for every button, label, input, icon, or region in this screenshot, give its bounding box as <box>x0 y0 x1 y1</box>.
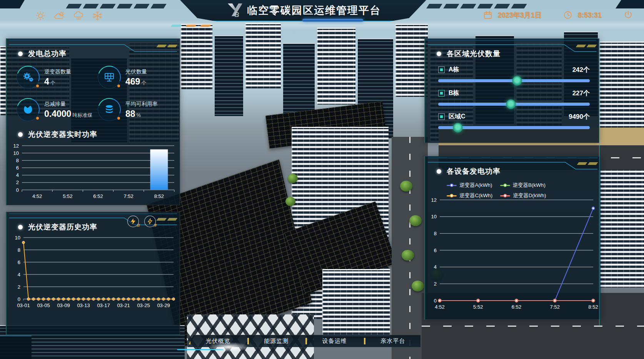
panel-deco-dashes <box>578 162 597 165</box>
nav-deco-swoosh <box>172 344 224 350</box>
bullet-dot <box>437 169 441 174</box>
svg-text:B: B <box>235 12 239 18</box>
panel-generation-total: 发电总功率 逆变器数量 4个 <box>6 38 180 205</box>
title-bar: B 临空零碳园区运维管理平台 <box>180 0 426 22</box>
power-icon[interactable] <box>623 10 633 20</box>
stat-value: 4 <box>44 76 49 86</box>
realtime-chart-title: 光伏逆变器实时功率 <box>28 130 97 140</box>
region-slider-track[interactable] <box>438 103 590 106</box>
svg-text:03-29: 03-29 <box>157 302 170 308</box>
history-power-chart: 024681003-0103-0503-0903-1303-1703-2103-… <box>7 234 180 311</box>
region-sliders: A栋 242个 B栋 227个 区域C 9490个 <box>425 65 599 129</box>
stat-label: 逆变器数量 <box>44 68 71 75</box>
stat-unit: 个 <box>50 80 55 86</box>
svg-text:8:52: 8:52 <box>154 193 164 199</box>
stat-availability: 平均可利用率 88% <box>98 98 177 121</box>
nav-item-label: 能源监测 <box>249 337 304 345</box>
stat-label: 光伏数量 <box>125 68 147 75</box>
snow-icon[interactable] <box>92 11 102 21</box>
sun-icon[interactable] <box>35 11 45 21</box>
header-date: 2023年3月1日 <box>498 10 542 20</box>
nav-item-4[interactable]: 亲水平台 <box>362 335 421 347</box>
svg-text:7:52: 7:52 <box>550 304 560 310</box>
page-title: 临空零碳园区运维管理平台 <box>247 3 381 17</box>
legend-marker-icon <box>447 195 457 196</box>
stat-unit: % <box>137 112 141 118</box>
svg-text:10: 10 <box>431 214 437 219</box>
stat-unit: 个 <box>141 80 146 86</box>
svg-text:6: 6 <box>434 248 437 253</box>
svg-text:6: 6 <box>16 165 19 171</box>
solar-panel-icon <box>98 66 121 89</box>
svg-text:03-25: 03-25 <box>137 302 150 308</box>
realtime-power-chart: 0246810124:525:526:527:528:52 <box>7 140 180 201</box>
region-marker-icon <box>438 90 445 96</box>
stat-value: 0.4000 <box>44 109 71 119</box>
stat-label: 总减排量 <box>44 101 92 108</box>
svg-text:8: 8 <box>434 231 437 236</box>
stats-grid: 逆变器数量 4个 光伏数量 469个 <box>7 59 180 121</box>
nav-item-label: 光伏概览 <box>190 337 246 345</box>
device-chart-legend: 逆变器A(kWh) 逆变器B(kWh) 逆变器C(kWh) 逆变器D(kWh) <box>425 176 600 199</box>
svg-text:6: 6 <box>18 259 20 265</box>
region-slider-row: A栋 242个 <box>438 65 590 82</box>
slider-thumb[interactable] <box>506 100 516 109</box>
bolt-outline-icon[interactable]: 月 <box>144 216 156 227</box>
legend-marker-icon <box>500 195 510 196</box>
svg-text:10: 10 <box>15 235 20 241</box>
region-slider-track[interactable] <box>438 79 590 82</box>
legend-marker-icon <box>447 185 457 186</box>
svg-text:8: 8 <box>16 158 19 163</box>
corner-frame <box>0 336 32 359</box>
database-icon <box>98 98 121 121</box>
panel-title: 各设备发电功率 <box>447 166 501 176</box>
header-time: 8:53:31 <box>578 11 602 19</box>
stat-label: 平均可利用率 <box>125 101 158 108</box>
region-value: 242个 <box>572 65 590 74</box>
region-slider-row: B栋 227个 <box>438 89 590 106</box>
nav-item-3[interactable]: 设备运维 <box>304 335 362 347</box>
svg-text:2: 2 <box>18 284 20 290</box>
slider-thumb[interactable] <box>453 123 463 133</box>
device-power-chart: 0246810124:525:526:527:528:52 <box>425 198 600 313</box>
svg-text:8:52: 8:52 <box>588 304 598 310</box>
nav-item-label: 设备运维 <box>307 337 362 345</box>
platform-logo: B <box>225 3 242 18</box>
region-slider-row: 区域C 9490个 <box>438 112 590 129</box>
svg-text:03-01: 03-01 <box>17 302 30 308</box>
svg-text:7:52: 7:52 <box>124 193 133 199</box>
svg-text:0: 0 <box>16 187 19 193</box>
region-slider-track[interactable] <box>438 126 590 129</box>
legend-item[interactable]: 逆变器B(kWh) <box>500 182 546 189</box>
bullet-dot <box>18 225 23 229</box>
bottom-nav: 光伏概览 能源监测 设备运维 亲水平台 <box>187 335 420 347</box>
svg-text:5:52: 5:52 <box>63 193 72 199</box>
weather-toolbar <box>35 11 102 21</box>
right-frame-line <box>599 40 600 326</box>
panel-deco-dashes <box>157 45 177 47</box>
svg-text:03-17: 03-17 <box>97 302 110 308</box>
nav-item-2[interactable]: 能源监测 <box>246 335 304 347</box>
bolt-filled-icon[interactable]: 日 <box>127 216 139 227</box>
svg-text:12: 12 <box>431 198 437 203</box>
svg-text:4: 4 <box>16 172 19 178</box>
legend-marker-icon <box>500 185 510 186</box>
legend-label: 逆变器A(kWh) <box>459 182 492 189</box>
slider-thumb[interactable] <box>512 76 522 86</box>
svg-text:03-21: 03-21 <box>117 302 130 308</box>
svg-text:4: 4 <box>434 264 437 270</box>
rain-icon[interactable] <box>73 11 84 21</box>
svg-text:2: 2 <box>434 281 437 287</box>
calendar-icon <box>483 10 492 20</box>
svg-text:12: 12 <box>13 143 19 149</box>
nav-item-label: 亲水平台 <box>365 337 421 345</box>
legend-item[interactable]: 逆变器A(kWh) <box>447 182 492 189</box>
partly-cloudy-icon[interactable] <box>54 11 65 21</box>
app: B 临空零碳园区运维管理平台 <box>0 0 644 359</box>
region-label: 区域C <box>449 113 465 121</box>
svg-text:4:52: 4:52 <box>435 304 444 310</box>
bullet-dot <box>437 52 441 56</box>
stat-pv-count: 光伏数量 469个 <box>98 66 177 89</box>
svg-text:2: 2 <box>16 180 19 185</box>
clock-icon <box>563 10 572 20</box>
